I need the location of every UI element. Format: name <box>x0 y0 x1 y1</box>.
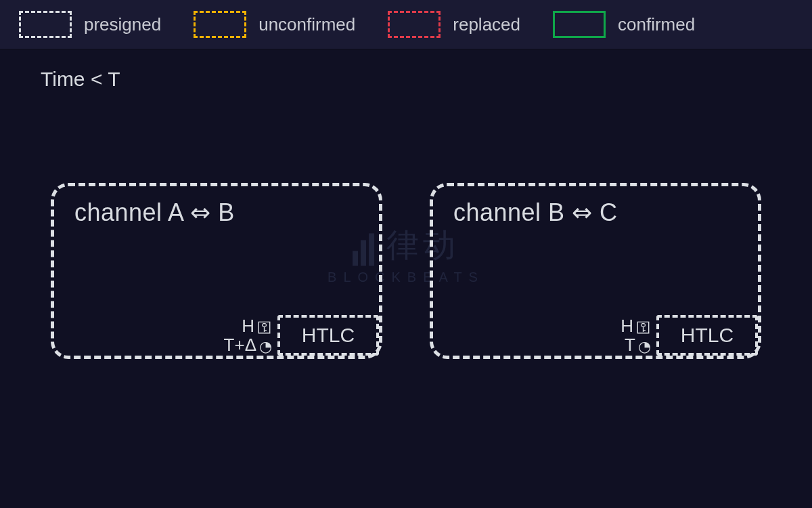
htlc-time-label-b-c: T <box>625 336 635 354</box>
htlc-hash-label-a-b: H <box>242 317 254 335</box>
key-icon <box>257 317 272 335</box>
legend-label-unconfirmed: unconfirmed <box>258 14 355 35</box>
htlc-box-b-c: HTLC <box>656 315 758 356</box>
swatch-replaced <box>388 11 441 38</box>
channel-box-a-b: channel A ⇔ B H T+Δ HTLC <box>51 183 382 359</box>
htlc-time-row-b-c: T <box>621 336 651 354</box>
htlc-hash-label-b-c: H <box>621 317 633 335</box>
channel-box-b-c: channel B ⇔ C H T HTLC <box>430 183 761 359</box>
channel-title-b-c: channel B ⇔ C <box>453 198 738 227</box>
channel-title-a-b: channel A ⇔ B <box>74 198 359 227</box>
legend-label-replaced: replaced <box>453 14 520 35</box>
legend-item-confirmed: confirmed <box>553 11 695 38</box>
diagram-canvas: channel A ⇔ B H T+Δ HTLC channel B ⇔ C H… <box>0 183 812 359</box>
htlc-hash-row-a-b: H <box>224 317 272 335</box>
legend-label-confirmed: confirmed <box>618 14 695 35</box>
htlc-meta-a-b: H T+Δ <box>224 317 272 354</box>
htlc-box-a-b: HTLC <box>277 315 379 356</box>
htlc-meta-b-c: H T <box>621 317 651 354</box>
time-condition: Time < T <box>41 68 120 91</box>
clock-icon <box>259 336 272 354</box>
legend-item-unconfirmed: unconfirmed <box>194 11 355 38</box>
legend-item-replaced: replaced <box>388 11 520 38</box>
clock-icon <box>638 336 651 354</box>
legend-item-presigned: presigned <box>19 11 161 38</box>
legend-label-presigned: presigned <box>84 14 161 35</box>
swatch-presigned <box>19 11 72 38</box>
key-icon <box>636 317 651 335</box>
swatch-unconfirmed <box>194 11 246 38</box>
legend-bar: presigned unconfirmed replaced confirmed <box>0 0 812 49</box>
swatch-confirmed <box>553 11 606 38</box>
htlc-hash-row-b-c: H <box>621 317 651 335</box>
htlc-time-label-a-b: T+Δ <box>224 336 256 354</box>
htlc-time-row-a-b: T+Δ <box>224 336 272 354</box>
